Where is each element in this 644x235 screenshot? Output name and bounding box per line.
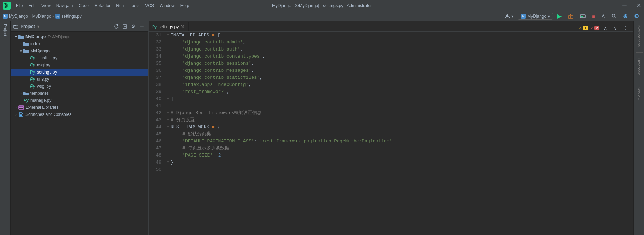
code-line-40[interactable]: ▾] [164, 95, 628, 102]
code-line-32[interactable]: 'django.contrib.admin', [164, 39, 628, 46]
menu-window[interactable]: Window [157, 2, 177, 9]
errors-up-btn[interactable]: ∧ [602, 24, 609, 31]
tree-item-settings-py[interactable]: Py settings.py [11, 69, 148, 76]
code-line-41[interactable] [164, 102, 628, 110]
plugins-button[interactable]: ⊕ [621, 12, 630, 20]
code-line-43[interactable]: ▾# 分页设置 [164, 117, 628, 124]
code-line-50[interactable] [164, 166, 628, 173]
line-num-50: 50 [149, 166, 164, 173]
menu-file[interactable]: File [13, 2, 25, 9]
run-config-selector[interactable]: M MyDjango ▾ [518, 13, 553, 20]
menu-navigate[interactable]: Navigate [54, 2, 75, 9]
token-comment: # Django Rest Framework框架设置信息 [171, 110, 261, 117]
error-icon: ✓ [590, 26, 593, 30]
code-line-44[interactable]: ▾REST_FRAMEWORK = { [164, 124, 628, 131]
settings-button[interactable]: ⚙ [632, 12, 641, 20]
menu-edit[interactable]: Edit [26, 2, 38, 9]
divider-2 [636, 81, 643, 81]
token-var: , [392, 138, 395, 145]
tab-close-settings-py[interactable]: ✕ [180, 24, 185, 30]
tree-item-mydjango-pkg[interactable]: ▼ MyDjango [11, 47, 148, 54]
collapse-arrow-40[interactable]: ▾ [167, 95, 169, 102]
code-line-47[interactable]: # 每页显示多少条数据 [164, 145, 628, 152]
breadcrumb-mydjango2[interactable]: MyDjango [32, 14, 51, 19]
project-dropdown-btn[interactable]: ▾ [37, 24, 39, 29]
collapse-all-button[interactable] [121, 23, 128, 30]
stop-button[interactable]: ■ [590, 13, 597, 20]
close-panel-button[interactable]: ─ [138, 23, 145, 30]
collapse-arrow-49[interactable]: ▾ [167, 159, 169, 166]
debug-button[interactable] [566, 13, 576, 20]
tree-item-templates[interactable]: › templates [11, 90, 148, 97]
token-var: : [213, 152, 218, 159]
editor-area: Py settings.py ✕ ⚠ 1 ✓ 2 ∧ ∨ ⋮ [149, 21, 633, 235]
menu-code[interactable]: Code [76, 2, 91, 9]
code-line-36[interactable]: 'django.contrib.messages', [164, 67, 628, 74]
breadcrumb-mydjango[interactable]: M MyDjango [3, 14, 28, 19]
menu-run[interactable]: Run [114, 2, 126, 9]
code-line-39[interactable]: 'rest_framework', [164, 88, 628, 95]
line-numbers: 3132333435363738394041424344454647484950 [149, 32, 164, 235]
line-num-44: 44 [149, 124, 164, 131]
maximize-button[interactable]: □ [629, 3, 634, 8]
tree-item-scratches[interactable]: › Scratches and Consoles [11, 111, 148, 118]
libs-icon [18, 105, 24, 110]
code-line-46[interactable]: 'DEFAULT_PAGINATION_CLASS': 'rest_framew… [164, 138, 628, 145]
translate-button[interactable]: A [599, 13, 607, 20]
database-panel-toggle[interactable]: Database [637, 55, 641, 78]
tree-path-mydjango: D:\MyDjango [48, 35, 70, 39]
line-num-38: 38 [149, 81, 164, 88]
tree-item-asgi-py[interactable]: Py asgi.py [11, 61, 148, 69]
sync-button[interactable] [113, 23, 120, 30]
code-content[interactable]: ▾INSTALLED_APPS = [ 'django.contrib.admi… [164, 32, 628, 235]
menu-refactor[interactable]: Refactor [92, 2, 113, 9]
settings-tree-button[interactable]: ⚙ [130, 23, 137, 30]
tree-item-ext-libs[interactable]: › External Libraries [11, 104, 148, 111]
code-line-49[interactable]: ▾} [164, 159, 628, 166]
run-button[interactable]: ▶ [555, 12, 564, 20]
code-line-31[interactable]: ▾INSTALLED_APPS = [ [164, 32, 628, 39]
line-num-42: 42 [149, 110, 164, 117]
tree-item-init-py[interactable]: Py __init__.py [11, 54, 148, 61]
tab-more-btn[interactable]: ⋮ [621, 25, 630, 31]
tree-arrow-scratches: › [13, 112, 18, 117]
project-panel-toggle[interactable]: Project [1, 23, 10, 37]
collapse-arrow-31[interactable]: ▾ [167, 32, 169, 39]
collapse-arrow-43[interactable]: ▾ [167, 117, 169, 124]
tree-item-mydjango-root[interactable]: ▼ MyDjango D:\MyDjango [11, 33, 148, 40]
code-line-48[interactable]: 'PAGE_SIZE': 2 [164, 152, 628, 159]
breadcrumb-sep-1: › [53, 14, 54, 18]
menu-tools[interactable]: Tools [127, 2, 142, 9]
breadcrumb-settings-py[interactable]: py settings.py [55, 14, 81, 19]
tree-item-wsgi-py[interactable]: Py wsgi.py [11, 83, 148, 90]
errors-down-btn[interactable]: ∨ [611, 24, 619, 31]
collapse-arrow-42[interactable]: ▾ [167, 110, 169, 117]
tree-item-index[interactable]: › index [11, 40, 148, 47]
project-panel-header: Project ▾ ⚙ ─ [11, 21, 148, 32]
coverage-button[interactable] [578, 13, 588, 20]
sciview-panel-toggle[interactable]: SciView [637, 84, 641, 103]
minimize-button[interactable]: ─ [622, 3, 627, 8]
collapse-arrow-44[interactable]: ▾ [167, 124, 169, 131]
tree-item-manage-py[interactable]: Py manage.py [11, 97, 148, 104]
code-line-34[interactable]: 'django.contrib.contenttypes', [164, 53, 628, 60]
code-line-45[interactable]: # 默认分页类 [164, 131, 628, 138]
profile-button[interactable]: ▾ [502, 13, 516, 20]
project-header-actions: ⚙ ─ [113, 23, 145, 30]
code-line-35[interactable]: 'django.contrib.sessions', [164, 60, 628, 67]
window-title: MyDjango [D:\MyDjango] - settings.py - A… [272, 3, 372, 8]
token-bracket: ] [171, 95, 173, 102]
code-line-38[interactable]: 'index.apps.IndexConfig', [164, 81, 628, 88]
menu-vcs[interactable]: VCS [143, 2, 156, 9]
tab-settings-py[interactable]: Py settings.py ✕ [149, 22, 189, 31]
menu-view[interactable]: View [39, 2, 53, 9]
tree-item-urls-py[interactable]: Py urls.py [11, 76, 148, 83]
close-button[interactable]: ✕ [636, 3, 641, 8]
menu-help[interactable]: Help [178, 2, 192, 9]
code-line-33[interactable]: 'django.contrib.auth', [164, 46, 628, 53]
search-everywhere-button[interactable] [609, 13, 619, 20]
notifications-panel-toggle[interactable]: Notifications [637, 23, 641, 49]
token-var: , [248, 81, 251, 88]
code-line-42[interactable]: ▾# Django Rest Framework框架设置信息 [164, 110, 628, 117]
code-line-37[interactable]: 'django.contrib.staticfiles', [164, 74, 628, 81]
